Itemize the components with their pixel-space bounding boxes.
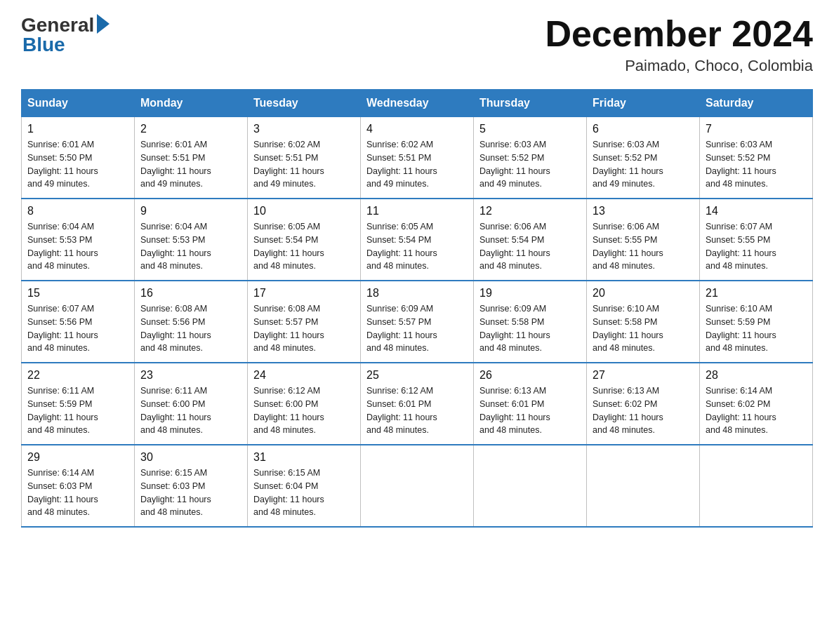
header-friday: Friday (587, 90, 700, 117)
day-number: 9 (140, 205, 241, 217)
header-wednesday: Wednesday (361, 90, 474, 117)
calendar-cell: 9 Sunrise: 6:04 AMSunset: 5:53 PMDayligh… (135, 199, 248, 281)
calendar-cell: 19 Sunrise: 6:09 AMSunset: 5:58 PMDaylig… (474, 281, 587, 363)
day-info: Sunrise: 6:05 AMSunset: 5:54 PMDaylight:… (366, 222, 437, 271)
calendar-cell: 24 Sunrise: 6:12 AMSunset: 6:00 PMDaylig… (248, 363, 361, 445)
day-number: 25 (366, 369, 468, 382)
day-info: Sunrise: 6:15 AMSunset: 6:04 PMDaylight:… (253, 468, 324, 517)
calendar-cell: 12 Sunrise: 6:06 AMSunset: 5:54 PMDaylig… (474, 199, 587, 281)
calendar-cell: 23 Sunrise: 6:11 AMSunset: 6:00 PMDaylig… (135, 363, 248, 445)
day-number: 24 (253, 369, 355, 382)
calendar-cell: 20 Sunrise: 6:10 AMSunset: 5:58 PMDaylig… (587, 281, 700, 363)
day-info: Sunrise: 6:11 AMSunset: 6:00 PMDaylight:… (140, 386, 211, 435)
calendar-cell: 6 Sunrise: 6:03 AMSunset: 5:52 PMDayligh… (587, 117, 700, 199)
day-number: 20 (593, 287, 694, 300)
day-number: 29 (27, 451, 128, 464)
day-info: Sunrise: 6:14 AMSunset: 6:03 PMDaylight:… (27, 468, 98, 517)
calendar-cell (474, 445, 587, 527)
day-number: 22 (27, 369, 128, 382)
calendar-cell: 1 Sunrise: 6:01 AMSunset: 5:50 PMDayligh… (22, 117, 135, 199)
day-number: 10 (253, 205, 355, 217)
calendar-table: SundayMondayTuesdayWednesdayThursdayFrid… (21, 89, 813, 528)
page-header: General Blue December 2024 Paimado, Choc… (21, 14, 813, 75)
header-saturday: Saturday (700, 90, 813, 117)
calendar-cell: 14 Sunrise: 6:07 AMSunset: 5:55 PMDaylig… (700, 199, 813, 281)
day-info: Sunrise: 6:04 AMSunset: 5:53 PMDaylight:… (27, 222, 98, 271)
calendar-cell: 10 Sunrise: 6:05 AMSunset: 5:54 PMDaylig… (248, 199, 361, 281)
calendar-cell: 2 Sunrise: 6:01 AMSunset: 5:51 PMDayligh… (135, 117, 248, 199)
day-number: 1 (27, 123, 128, 135)
calendar-cell: 27 Sunrise: 6:13 AMSunset: 6:02 PMDaylig… (587, 363, 700, 445)
day-info: Sunrise: 6:10 AMSunset: 5:59 PMDaylight:… (706, 304, 776, 353)
calendar-cell: 22 Sunrise: 6:11 AMSunset: 5:59 PMDaylig… (22, 363, 135, 445)
day-info: Sunrise: 6:01 AMSunset: 5:50 PMDaylight:… (27, 140, 98, 189)
day-info: Sunrise: 6:07 AMSunset: 5:56 PMDaylight:… (27, 304, 98, 353)
day-number: 12 (479, 205, 581, 217)
day-info: Sunrise: 6:09 AMSunset: 5:57 PMDaylight:… (366, 304, 437, 353)
calendar-header-row: SundayMondayTuesdayWednesdayThursdayFrid… (22, 90, 813, 117)
calendar-cell: 3 Sunrise: 6:02 AMSunset: 5:51 PMDayligh… (248, 117, 361, 199)
day-number: 6 (593, 123, 694, 135)
calendar-cell: 11 Sunrise: 6:05 AMSunset: 5:54 PMDaylig… (361, 199, 474, 281)
calendar-cell: 4 Sunrise: 6:02 AMSunset: 5:51 PMDayligh… (361, 117, 474, 199)
day-info: Sunrise: 6:01 AMSunset: 5:51 PMDaylight:… (140, 140, 211, 189)
day-info: Sunrise: 6:03 AMSunset: 5:52 PMDaylight:… (479, 140, 550, 189)
day-number: 18 (366, 287, 468, 300)
calendar-cell (587, 445, 700, 527)
day-info: Sunrise: 6:03 AMSunset: 5:52 PMDaylight:… (706, 140, 776, 189)
header-monday: Monday (135, 90, 248, 117)
calendar-cell: 8 Sunrise: 6:04 AMSunset: 5:53 PMDayligh… (22, 199, 135, 281)
day-number: 14 (706, 205, 807, 217)
day-number: 7 (706, 123, 807, 135)
calendar-cell: 25 Sunrise: 6:12 AMSunset: 6:01 PMDaylig… (361, 363, 474, 445)
day-info: Sunrise: 6:15 AMSunset: 6:03 PMDaylight:… (140, 468, 211, 517)
day-number: 5 (479, 123, 581, 135)
day-number: 30 (140, 451, 241, 464)
calendar-cell: 7 Sunrise: 6:03 AMSunset: 5:52 PMDayligh… (700, 117, 813, 199)
calendar-cell: 31 Sunrise: 6:15 AMSunset: 6:04 PMDaylig… (248, 445, 361, 527)
calendar-cell: 16 Sunrise: 6:08 AMSunset: 5:56 PMDaylig… (135, 281, 248, 363)
header-tuesday: Tuesday (248, 90, 361, 117)
day-number: 13 (593, 205, 694, 217)
day-number: 4 (366, 123, 468, 135)
calendar-cell: 29 Sunrise: 6:14 AMSunset: 6:03 PMDaylig… (22, 445, 135, 527)
day-number: 2 (140, 123, 241, 135)
calendar-cell (361, 445, 474, 527)
calendar-week-row: 1 Sunrise: 6:01 AMSunset: 5:50 PMDayligh… (22, 117, 813, 199)
day-number: 3 (253, 123, 355, 135)
day-number: 15 (27, 287, 128, 300)
calendar-cell: 5 Sunrise: 6:03 AMSunset: 5:52 PMDayligh… (474, 117, 587, 199)
day-info: Sunrise: 6:11 AMSunset: 5:59 PMDaylight:… (27, 386, 98, 435)
day-number: 8 (27, 205, 128, 217)
calendar-cell: 13 Sunrise: 6:06 AMSunset: 5:55 PMDaylig… (587, 199, 700, 281)
day-info: Sunrise: 6:12 AMSunset: 6:01 PMDaylight:… (366, 386, 437, 435)
header-sunday: Sunday (22, 90, 135, 117)
calendar-cell: 30 Sunrise: 6:15 AMSunset: 6:03 PMDaylig… (135, 445, 248, 527)
day-number: 27 (593, 369, 694, 382)
calendar-cell: 26 Sunrise: 6:13 AMSunset: 6:01 PMDaylig… (474, 363, 587, 445)
title-block: December 2024 Paimado, Choco, Colombia (545, 14, 813, 75)
header-thursday: Thursday (474, 90, 587, 117)
day-number: 28 (706, 369, 807, 382)
day-info: Sunrise: 6:08 AMSunset: 5:57 PMDaylight:… (253, 304, 324, 353)
day-number: 19 (479, 287, 581, 300)
day-number: 31 (253, 451, 355, 464)
day-number: 16 (140, 287, 241, 300)
day-info: Sunrise: 6:04 AMSunset: 5:53 PMDaylight:… (140, 222, 211, 271)
day-number: 26 (479, 369, 581, 382)
logo-blue-text: Blue (22, 34, 65, 56)
day-number: 17 (253, 287, 355, 300)
day-info: Sunrise: 6:02 AMSunset: 5:51 PMDaylight:… (253, 140, 324, 189)
day-number: 21 (706, 287, 807, 300)
day-info: Sunrise: 6:06 AMSunset: 5:55 PMDaylight:… (593, 222, 663, 271)
day-number: 11 (366, 205, 468, 217)
logo: General Blue (21, 14, 110, 56)
calendar-cell: 15 Sunrise: 6:07 AMSunset: 5:56 PMDaylig… (22, 281, 135, 363)
day-info: Sunrise: 6:05 AMSunset: 5:54 PMDaylight:… (253, 222, 324, 271)
day-info: Sunrise: 6:08 AMSunset: 5:56 PMDaylight:… (140, 304, 211, 353)
calendar-cell (700, 445, 813, 527)
day-info: Sunrise: 6:12 AMSunset: 6:00 PMDaylight:… (253, 386, 324, 435)
calendar-week-row: 8 Sunrise: 6:04 AMSunset: 5:53 PMDayligh… (22, 199, 813, 281)
day-info: Sunrise: 6:10 AMSunset: 5:58 PMDaylight:… (593, 304, 663, 353)
day-info: Sunrise: 6:13 AMSunset: 6:01 PMDaylight:… (479, 386, 550, 435)
